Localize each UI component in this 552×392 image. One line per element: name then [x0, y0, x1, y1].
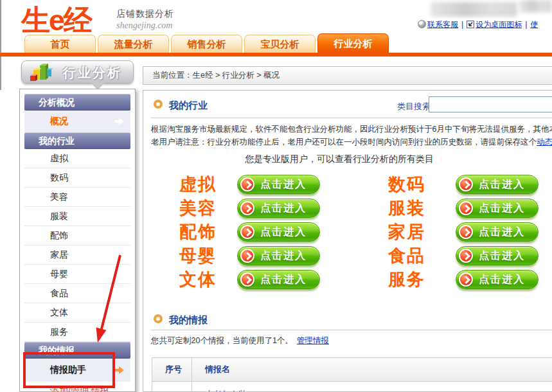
- sidebar-item-food[interactable]: 食品: [24, 284, 130, 303]
- enter-button-digital[interactable]: 点击进入: [456, 175, 539, 194]
- category-search-input[interactable]: [429, 96, 552, 112]
- sidebar-item-label: 情报助手: [50, 364, 86, 375]
- sidebar-item-overview[interactable]: 概况: [24, 111, 130, 132]
- arrow-circle-icon: [240, 249, 254, 263]
- sidebar-item-manage-intel[interactable]: 添加/管理 情报: [24, 382, 130, 392]
- intel-usage-text: 您共可定制20个情报，当前使用了1个。: [151, 336, 293, 345]
- enter-button-accessories[interactable]: 点击进入: [237, 222, 320, 242]
- set-desktop-link[interactable]: 设为桌面图标: [476, 20, 522, 29]
- notice-line-1: 根据淘宝服务市场最新规定，软件不能包含行业分析功能，因此行业分析预计于6月中下旬…: [151, 123, 552, 136]
- sidebar-group-my-industry: 我的行业: [24, 132, 130, 149]
- enter-button-label: 点击进入: [260, 202, 307, 215]
- intel-row-name-link[interactable]: 中老年女装: [205, 389, 247, 392]
- dynamic-image-link[interactable]: 动态图片: [537, 138, 552, 147]
- sidebar-item-clothing[interactable]: 服装: [24, 207, 130, 226]
- table-row: 1 中老年女装: [152, 382, 552, 392]
- enter-button-virtual[interactable]: 点击进入: [237, 175, 320, 194]
- sidebar-title: 行业分析: [63, 61, 122, 84]
- sidebar-item-services[interactable]: 服务: [24, 323, 130, 342]
- sidebar-item-digital[interactable]: 数码: [24, 168, 130, 188]
- sidebar-item-home[interactable]: 家居: [24, 245, 130, 265]
- enter-button-beauty[interactable]: 点击进入: [237, 199, 320, 218]
- desktop-shortcut-icon: [467, 21, 474, 28]
- category-label-home: 家居: [365, 222, 449, 242]
- tab-sales-analysis[interactable]: 销售分析: [171, 35, 242, 53]
- intel-table-header-row: 序号 情报名: [152, 358, 552, 382]
- arrow-circle-icon: [240, 201, 254, 215]
- enter-button-label: 点击进入: [479, 273, 525, 287]
- window-edge: [0, 0, 1, 90]
- category-row: 美容 点击进入 服装 点击进入: [143, 199, 552, 219]
- enter-button-label: 点击进入: [479, 178, 525, 192]
- manage-intel-link[interactable]: 管理情报: [297, 336, 329, 345]
- page: 生e经 店铺数据分析 shengejing.com 联系客服|设为桌面图标|使 …: [0, 0, 552, 392]
- category-label-services: 服务: [365, 270, 449, 289]
- sidebar-item-virtual[interactable]: 虚拟: [24, 149, 130, 168]
- enter-button-label: 点击进入: [479, 226, 525, 239]
- intel-col-no: 序号: [152, 358, 192, 382]
- category-row: 母婴 点击进入 食品 点击进入: [143, 246, 552, 267]
- enter-button-mother-baby[interactable]: 点击进入: [237, 246, 320, 265]
- top-links: 联系客服|设为桌面图标|使: [418, 19, 538, 30]
- intel-usage-line: 您共可定制20个情报，当前使用了1个。管理情报: [151, 335, 329, 346]
- logo-domain: shengejing.com: [116, 21, 172, 31]
- enter-button-label: 点击进入: [260, 249, 307, 263]
- sidebar-item-label: 概况: [50, 116, 68, 126]
- enter-button-services[interactable]: 点击进入: [456, 270, 539, 289]
- intel-section-title: 我的情报: [169, 314, 208, 326]
- main-panel: 我的行业 类目搜索: 根据淘宝服务市场最新规定，软件不能包含行业分析功能，因此行…: [143, 90, 552, 392]
- section-bullet-icon: [154, 100, 163, 109]
- sidebar-item-beauty[interactable]: 美容: [24, 188, 130, 207]
- category-label-sports: 文体: [156, 270, 240, 289]
- arrow-right-icon: [114, 118, 125, 125]
- tab-industry-analysis[interactable]: 行业分析: [317, 33, 389, 53]
- arrow-right-icon: [114, 366, 125, 374]
- link-separator: |: [525, 20, 527, 29]
- arrow-circle-icon: [459, 177, 473, 192]
- pro-user-line: 您是专业版用户，可以查看行业分析的所有类目: [245, 154, 434, 165]
- logo-subtitle: 店铺数据分析: [116, 8, 174, 20]
- blurred-corner: [519, 0, 552, 12]
- enter-button-sports[interactable]: 点击进入: [237, 270, 320, 289]
- tab-traffic-analysis[interactable]: 流量分析: [98, 35, 169, 53]
- enter-button-clothing[interactable]: 点击进入: [456, 199, 539, 218]
- category-label-mother-baby: 母婴: [156, 246, 240, 265]
- category-label-virtual: 虚拟: [156, 175, 240, 194]
- arrow-circle-icon: [240, 177, 254, 192]
- tab-accent-bar: [0, 53, 552, 57]
- customer-service-icon: [418, 20, 426, 28]
- help-link[interactable]: 使: [530, 20, 538, 29]
- intel-col-name: 情报名: [192, 358, 552, 382]
- enter-button-label: 点击进入: [260, 226, 307, 239]
- enter-button-label: 点击进入: [260, 178, 307, 192]
- breadcrumb: 当前位置：生e经 > 行业分析 > 概况: [143, 66, 552, 85]
- industry-section-title: 我的行业: [169, 100, 208, 112]
- sidebar-group-my-intel: 我的情报: [24, 342, 130, 359]
- link-separator: |: [461, 20, 463, 29]
- arrow-circle-icon: [459, 201, 473, 215]
- category-row: 虚拟 点击进入 数码 点击进入: [143, 175, 552, 195]
- section-divider: [151, 118, 552, 118]
- sidebar-group-analysis-overview: 分析概况: [24, 94, 130, 111]
- enter-button-food[interactable]: 点击进入: [456, 246, 539, 265]
- category-label-digital: 数码: [365, 175, 449, 194]
- contact-service-link[interactable]: 联系客服: [427, 20, 458, 29]
- arrow-circle-icon: [459, 272, 473, 287]
- sidebar-item-intel-assistant[interactable]: 情报助手: [24, 359, 130, 382]
- arrow-circle-icon: [459, 249, 473, 263]
- logo: 生e经: [21, 1, 91, 40]
- sidebar-item-sports[interactable]: 文体: [24, 303, 130, 323]
- enter-button-label: 点击进入: [479, 202, 525, 215]
- sidebar-item-accessories[interactable]: 配饰: [24, 226, 130, 245]
- section-bullet-icon: [154, 314, 163, 323]
- tab-home[interactable]: 首页: [24, 35, 96, 53]
- bar-chart-3d-icon: [27, 63, 54, 85]
- sidebar-title-bubble: 行业分析: [21, 60, 134, 84]
- enter-button-home[interactable]: 点击进入: [456, 222, 539, 242]
- tab-item-analysis[interactable]: 宝贝分析: [244, 35, 316, 53]
- category-label-accessories: 配饰: [156, 222, 240, 242]
- category-label-beauty: 美容: [156, 199, 240, 218]
- sidebar-item-mother-baby[interactable]: 母婴: [24, 265, 130, 284]
- category-row: 配饰 点击进入 家居 点击进入: [143, 222, 552, 243]
- category-label-clothing: 服装: [365, 199, 449, 218]
